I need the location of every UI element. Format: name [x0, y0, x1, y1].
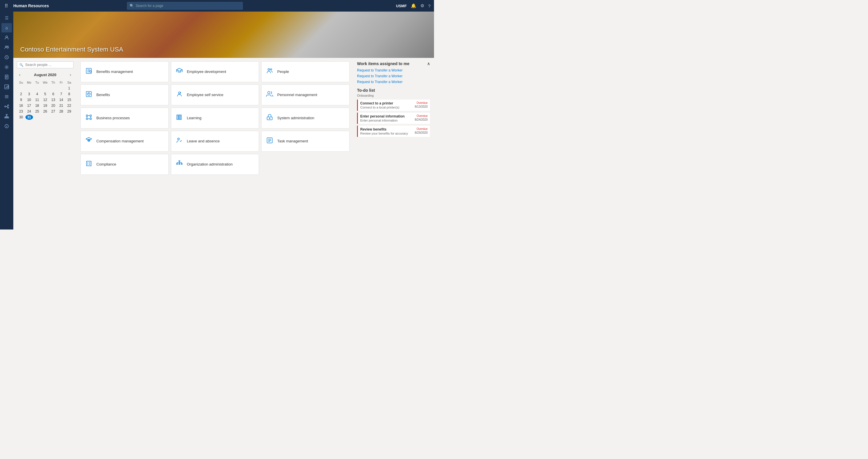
calendar-day[interactable]: 9	[18, 97, 25, 102]
calendar-day[interactable]: 21	[58, 103, 65, 108]
tile-task-management[interactable]: Task management	[261, 131, 349, 152]
todo-date-0: 8/13/2020	[415, 105, 428, 108]
collapse-icon[interactable]: ∧	[427, 61, 430, 66]
tile-organization-administration[interactable]: Organization administration	[171, 154, 259, 175]
svg-rect-26	[90, 118, 91, 120]
calendar-day[interactable]: 8	[65, 91, 73, 97]
tile-leave-and-absence[interactable]: Leave and absence	[171, 131, 259, 152]
work-item-1[interactable]: Request to Transfer a Worker	[357, 74, 430, 78]
tiles-section: Benefits management Employee development…	[77, 61, 353, 226]
calendar-day[interactable]: 3	[26, 91, 33, 97]
search-people-bar[interactable]: 🔍	[17, 61, 73, 68]
personnel-management-label: Personnel management	[277, 93, 317, 97]
calendar-day[interactable]: 1	[65, 86, 73, 91]
calendar-day[interactable]: 17	[26, 103, 33, 108]
todo-item-content-1: Enter personal information Enter persona…	[360, 114, 412, 122]
leave-and-absence-icon	[175, 137, 183, 146]
search-input[interactable]	[136, 4, 240, 8]
sidebar-hamburger[interactable]: ☰	[1, 13, 12, 23]
gear-icon[interactable]: ⚙	[421, 3, 424, 8]
calendar-day[interactable]: 19	[41, 103, 49, 108]
sidebar-org[interactable]	[1, 112, 12, 121]
tile-system-administration[interactable]: System administration	[261, 108, 349, 128]
work-item-0[interactable]: Request to Transfer a Worker	[357, 68, 430, 72]
calendar-day[interactable]: 31	[26, 115, 33, 120]
calendar-day[interactable]: 22	[65, 103, 73, 108]
todo-item-1[interactable]: Enter personal information Enter persona…	[357, 113, 430, 124]
calendar-prev-button[interactable]: ‹	[18, 72, 22, 78]
tile-benefits[interactable]: Benefits	[81, 85, 169, 105]
todo-item-right-1: Overdue 8/24/2020	[415, 114, 428, 121]
calendar-day[interactable]: 13	[50, 97, 57, 102]
svg-rect-35	[179, 161, 180, 161]
calendar-day[interactable]: 29	[65, 109, 73, 114]
calendar-day[interactable]: 30	[18, 115, 25, 120]
calendar-day[interactable]: 11	[34, 97, 41, 102]
sidebar-settings[interactable]	[1, 62, 12, 72]
tile-compensation-management[interactable]: Compensation management	[81, 131, 169, 152]
sidebar-home[interactable]: ⌂	[1, 23, 12, 32]
todo-item-desc-0: Connect to a local printer(s)	[360, 105, 412, 109]
calendar-day[interactable]: 27	[50, 109, 57, 114]
main-content: Contoso Entertainment System USA 🔍 ‹ Aug…	[13, 11, 434, 230]
todo-item-0[interactable]: Connect to a printer Connect to a local …	[357, 99, 430, 111]
calendar-day[interactable]: 15	[65, 97, 73, 102]
sidebar-list[interactable]	[1, 92, 12, 101]
tile-learning[interactable]: Learning	[171, 108, 259, 128]
sidebar-info[interactable]	[1, 122, 12, 131]
sidebar-person[interactable]	[1, 33, 12, 42]
grid-menu-icon[interactable]: ⠿	[3, 2, 9, 10]
tile-people[interactable]: People	[261, 61, 349, 82]
search-bar[interactable]: 🔍	[127, 2, 243, 9]
calendar-day[interactable]: 16	[18, 103, 25, 108]
work-item-2[interactable]: Request to Transfer a Worker	[357, 80, 430, 84]
svg-point-2	[7, 46, 8, 47]
calendar-day[interactable]: 4	[34, 91, 41, 97]
tile-benefits-management[interactable]: Benefits management	[81, 61, 169, 82]
todo-subtitle: Onboarding	[357, 94, 430, 97]
personnel-management-icon	[266, 91, 274, 99]
calendar-day[interactable]: 5	[41, 91, 49, 97]
calendar-day[interactable]: 24	[26, 109, 33, 114]
calendar-day[interactable]: 6	[50, 91, 57, 97]
tile-compliance[interactable]: Compliance	[81, 154, 169, 175]
calendar-day[interactable]: 25	[34, 109, 41, 114]
todo-item-2[interactable]: Review benefits Review your benefits for…	[357, 126, 430, 137]
calendar-day[interactable]: 18	[34, 103, 41, 108]
svg-rect-28	[179, 115, 180, 120]
calendar-day[interactable]: 14	[58, 97, 65, 102]
business-processes-icon	[85, 114, 93, 122]
search-people-input[interactable]	[25, 63, 71, 67]
calendar-day[interactable]: 23	[18, 109, 25, 114]
sidebar-report[interactable]	[1, 82, 12, 91]
tile-employee-self-service[interactable]: Employee self service	[171, 85, 259, 105]
tile-personnel-management[interactable]: Personnel management	[261, 85, 349, 105]
tile-business-processes[interactable]: Business processes	[81, 108, 169, 128]
help-icon[interactable]: ?	[428, 3, 431, 8]
hero-banner: Contoso Entertainment System USA	[13, 11, 434, 58]
calendar-day[interactable]: 7	[58, 91, 65, 97]
tile-employee-development[interactable]: Employee development	[171, 61, 259, 82]
sidebar-document[interactable]	[1, 72, 12, 82]
calendar-next-button[interactable]: ›	[69, 72, 72, 78]
calendar-day-header: Tu	[34, 80, 41, 85]
notification-icon[interactable]: 🔔	[411, 3, 416, 8]
company-label[interactable]: USMF	[396, 4, 407, 8]
nav-right: USMF 🔔 ⚙ ?	[396, 3, 431, 8]
calendar-empty-day	[26, 86, 33, 91]
calendar-day[interactable]: 28	[58, 109, 65, 114]
sidebar-clock[interactable]	[1, 53, 12, 62]
calendar-empty-day	[18, 86, 25, 91]
system-administration-icon	[266, 114, 274, 122]
calendar-day[interactable]: 20	[50, 103, 57, 108]
svg-point-22	[268, 91, 270, 94]
calendar-month-year: August 2020	[34, 73, 56, 77]
calendar-day[interactable]: 12	[41, 97, 49, 102]
calendar-day[interactable]: 10	[26, 97, 33, 102]
sidebar-connect[interactable]	[1, 102, 12, 111]
calendar-day[interactable]: 2	[18, 91, 25, 97]
svg-point-7	[5, 106, 6, 107]
calendar-day[interactable]: 26	[41, 109, 49, 114]
app-title: Human Resources	[13, 3, 49, 8]
sidebar-group[interactable]	[1, 43, 12, 52]
